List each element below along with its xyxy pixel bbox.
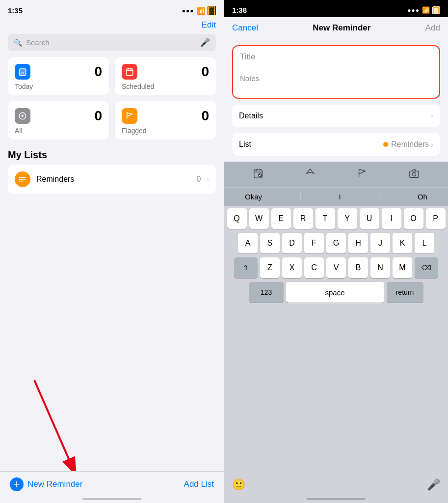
flagged-label: Flagged: [122, 127, 209, 135]
key-x[interactable]: X: [282, 257, 302, 278]
key-o[interactable]: O: [404, 208, 423, 229]
today-label: Today: [15, 83, 102, 90]
cancel-button[interactable]: Cancel: [232, 23, 258, 33]
all-icon: [15, 108, 30, 124]
svg-line-17: [34, 380, 69, 459]
key-i[interactable]: I: [382, 208, 401, 229]
new-reminder-button[interactable]: + New Reminder: [10, 477, 82, 491]
all-label: All: [15, 127, 102, 135]
svg-point-15: [19, 181, 20, 182]
space-key[interactable]: space: [286, 282, 384, 303]
red-arrow: [20, 375, 93, 474]
details-row[interactable]: Details ›: [232, 105, 440, 127]
list-row-right[interactable]: List Reminders ›: [232, 133, 440, 156]
svg-point-25: [412, 172, 416, 176]
search-icon: 🔍: [14, 39, 22, 47]
key-k[interactable]: K: [393, 233, 412, 253]
key-p[interactable]: P: [426, 208, 446, 229]
svg-text:21: 21: [21, 71, 25, 75]
status-bar-left: 1:35 ●●● 📶 ▓: [0, 0, 224, 18]
key-s[interactable]: S: [260, 233, 280, 253]
list-dot: [383, 142, 388, 147]
key-n[interactable]: N: [370, 257, 390, 278]
add-list-button[interactable]: Add List: [184, 479, 214, 489]
key-f[interactable]: F: [304, 233, 324, 253]
details-chevron: ›: [431, 112, 433, 120]
keyboard-area: Okay | I | Oh Q W E R T Y U I O P A: [224, 162, 448, 503]
key-z[interactable]: Z: [260, 257, 280, 278]
card-scheduled[interactable]: 0 Scheduled: [115, 57, 216, 95]
prediction-oh[interactable]: Oh: [414, 192, 431, 202]
dictation-icon[interactable]: 🎤: [427, 478, 440, 491]
shift-key[interactable]: ⇧: [234, 257, 258, 278]
prediction-okay[interactable]: Okay: [241, 192, 266, 202]
nav-bar: Cancel New Reminder Add: [224, 17, 448, 39]
key-g[interactable]: G: [326, 233, 346, 253]
mic-icon[interactable]: 🎤: [200, 38, 210, 47]
card-flagged[interactable]: 0 Flagged: [115, 101, 216, 140]
keyboard-bottom-icons: 🙂 🎤: [224, 475, 448, 495]
key-l[interactable]: L: [415, 233, 434, 253]
left-panel: 1:35 ●●● 📶 ▓ Edit 🔍 Search 🎤 21: [0, 0, 224, 503]
key-m[interactable]: M: [393, 257, 412, 278]
arrow-area: [0, 194, 224, 503]
svg-rect-24: [410, 171, 419, 177]
signal-icon-left: ●●●: [182, 7, 194, 14]
reminders-list-row[interactable]: Reminders 0 ›: [8, 165, 216, 194]
add-button[interactable]: Add: [425, 23, 440, 33]
key-a[interactable]: A: [238, 233, 258, 253]
key-y[interactable]: Y: [338, 208, 357, 229]
key-e[interactable]: E: [271, 208, 291, 229]
key-v[interactable]: V: [326, 257, 346, 278]
keyboard-toolbar: [224, 162, 448, 187]
search-bar[interactable]: 🔍 Search 🎤: [8, 34, 216, 51]
reminders-label: Reminders: [36, 175, 190, 184]
key-r[interactable]: R: [293, 208, 313, 229]
flagged-count: 0: [201, 108, 209, 124]
status-time-right: 1:38: [232, 6, 247, 14]
title-input[interactable]: Title: [233, 46, 439, 68]
prediction-i[interactable]: I: [335, 192, 344, 202]
wifi-icon-right: 📶: [422, 6, 430, 14]
keyboard-location-icon[interactable]: [299, 166, 321, 183]
numbers-key[interactable]: 123: [249, 282, 284, 303]
key-row-3: ⇧ Z X C V B N M ⌫: [226, 257, 446, 278]
card-all[interactable]: 0 All: [8, 101, 109, 140]
scheduled-label: Scheduled: [122, 83, 209, 90]
nav-title: New Reminder: [313, 23, 370, 33]
all-count: 0: [94, 108, 102, 124]
reminder-form: Title Notes: [232, 45, 440, 99]
card-today[interactable]: 21 0 Today: [8, 57, 109, 95]
key-q[interactable]: Q: [227, 208, 247, 229]
keyboard-calendar-icon[interactable]: [247, 166, 269, 183]
notes-input[interactable]: Notes: [233, 68, 439, 98]
key-c[interactable]: C: [304, 257, 324, 278]
key-t[interactable]: T: [316, 208, 335, 229]
return-key[interactable]: return: [387, 282, 423, 303]
details-label: Details: [239, 112, 263, 120]
key-d[interactable]: D: [282, 233, 302, 253]
flagged-icon: [122, 108, 137, 124]
key-w[interactable]: W: [249, 208, 269, 229]
signal-icon-right: ●●●: [407, 7, 420, 14]
key-u[interactable]: U: [360, 208, 379, 229]
wifi-icon-left: 📶: [197, 7, 205, 15]
keyboard-camera-icon[interactable]: [403, 166, 425, 183]
edit-button[interactable]: Edit: [0, 18, 224, 34]
emoji-icon[interactable]: 🙂: [232, 478, 245, 491]
my-lists-header: My Lists: [0, 145, 224, 165]
key-row-2: A S D F G H J K L: [226, 233, 446, 253]
svg-rect-3: [126, 69, 133, 76]
list-name-right: Reminders: [391, 140, 429, 149]
svg-point-14: [19, 179, 20, 180]
keyboard-flag-icon[interactable]: [351, 166, 373, 183]
key-row-4: 123 space return: [226, 282, 446, 303]
backspace-key[interactable]: ⌫: [415, 257, 438, 278]
key-j[interactable]: J: [370, 233, 390, 253]
key-h[interactable]: H: [348, 233, 368, 253]
key-b[interactable]: B: [348, 257, 368, 278]
scheduled-count: 0: [201, 64, 209, 80]
reminders-count: 0: [196, 175, 201, 184]
home-indicator-right: [307, 498, 366, 500]
home-indicator-left: [82, 498, 141, 500]
